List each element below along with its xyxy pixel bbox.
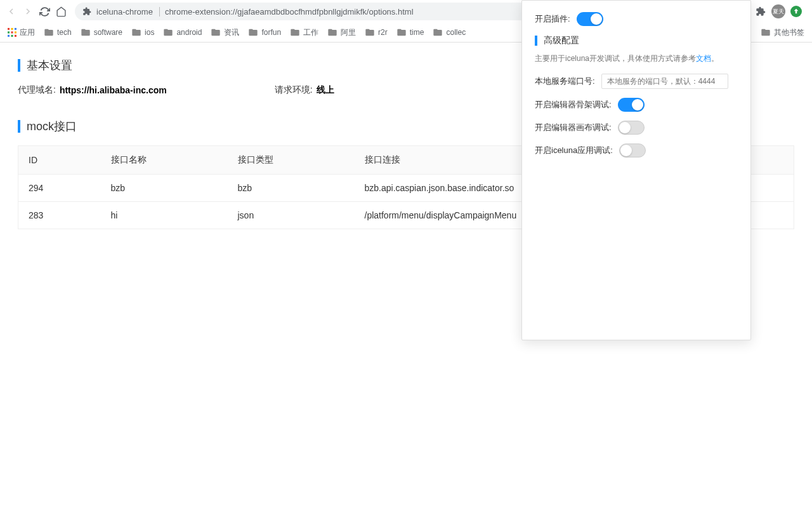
advanced-title: 高级配置: [544, 35, 579, 46]
basic-settings-title: 基本设置: [27, 58, 72, 73]
extension-popup: 开启插件: 高级配置 主要用于iceluna开发调试，具体使用方式请参考文档。 …: [521, 0, 751, 244]
svg-rect-6: [11, 31, 13, 33]
request-env: 请求环境: 线上: [275, 84, 334, 96]
bookmark-folder-work[interactable]: 工作: [290, 27, 318, 38]
other-bookmarks[interactable]: 其他书签: [761, 27, 804, 38]
svg-rect-9: [11, 35, 13, 37]
url-path: chrome-extension://gjafaeamdbdbocfhmdfpb…: [165, 7, 527, 17]
apps-button[interactable]: 应用: [8, 27, 35, 38]
svg-rect-10: [15, 35, 16, 37]
advanced-header: 高级配置: [535, 35, 738, 46]
bookmark-folder-r2r[interactable]: r2r: [365, 27, 388, 37]
port-input[interactable]: [601, 74, 728, 89]
iceluna-debug-label: 开启iceluna应用调试:: [535, 145, 613, 156]
skeleton-debug-label: 开启编辑器骨架调试:: [535, 99, 612, 110]
apps-icon: [8, 28, 16, 37]
ext-icon-last[interactable]: [790, 6, 802, 17]
bookmark-folder-ali[interactable]: 阿里: [327, 27, 356, 38]
canvas-debug-label: 开启编辑器画布调试:: [535, 122, 612, 133]
skeleton-debug-toggle[interactable]: [618, 98, 645, 112]
advanced-desc: 主要用于iceluna开发调试，具体使用方式请参考文档。: [535, 53, 738, 65]
port-label: 本地服务端口号:: [535, 76, 595, 87]
svg-rect-5: [8, 31, 10, 33]
url-ext-name: iceluna-chrome: [96, 7, 160, 17]
avatar[interactable]: 夏天: [771, 4, 785, 18]
extension-icon: [82, 7, 91, 16]
enable-plugin-label: 开启插件:: [535, 13, 570, 25]
bookmark-folder-tech[interactable]: tech: [44, 27, 72, 37]
puzzle-icon[interactable]: [755, 6, 766, 17]
bookmark-folder-collec[interactable]: collec: [433, 27, 466, 37]
th-name: 接口名称: [101, 146, 228, 175]
bookmark-folder-forfun[interactable]: forfun: [248, 27, 281, 37]
cell-name: bzb: [101, 175, 228, 202]
bookmark-folder-news[interactable]: 资讯: [211, 27, 239, 38]
doc-link[interactable]: 文档: [696, 54, 711, 63]
proxy-domain: 代理域名: https://hi.alibaba-inc.com: [18, 84, 167, 96]
cell-id: 283: [18, 202, 101, 229]
th-id: ID: [18, 146, 101, 175]
cell-name: hi: [101, 202, 228, 229]
proxy-value: https://hi.alibaba-inc.com: [60, 85, 167, 95]
svg-rect-7: [15, 31, 16, 33]
proxy-label: 代理域名:: [18, 84, 56, 96]
iceluna-debug-toggle[interactable]: [619, 144, 646, 157]
bookmark-folder-android[interactable]: android: [163, 27, 202, 37]
env-label: 请求环境:: [275, 84, 313, 96]
svg-rect-3: [11, 28, 13, 30]
back-button[interactable]: [5, 5, 18, 18]
th-type: 接口类型: [228, 146, 355, 175]
cell-type: json: [228, 202, 355, 229]
apps-label: 应用: [20, 27, 35, 38]
canvas-debug-toggle[interactable]: [618, 121, 645, 135]
bookmark-folder-ios[interactable]: ios: [131, 27, 154, 37]
svg-rect-2: [8, 28, 10, 30]
mock-title: mock接口: [27, 119, 77, 134]
svg-rect-8: [8, 35, 10, 37]
home-button[interactable]: [55, 5, 67, 18]
cell-type: bzb: [228, 175, 355, 202]
bookmark-folder-time[interactable]: time: [396, 27, 424, 37]
url-bar[interactable]: iceluna-chrome chrome-extension://gjafae…: [75, 3, 549, 20]
forward-button[interactable]: [22, 5, 34, 18]
env-value: 线上: [317, 84, 334, 96]
reload-button[interactable]: [38, 5, 51, 18]
cell-id: 294: [18, 175, 101, 202]
svg-rect-4: [15, 28, 16, 30]
enable-plugin-toggle[interactable]: [577, 12, 603, 26]
bookmark-folder-software[interactable]: software: [81, 27, 122, 37]
